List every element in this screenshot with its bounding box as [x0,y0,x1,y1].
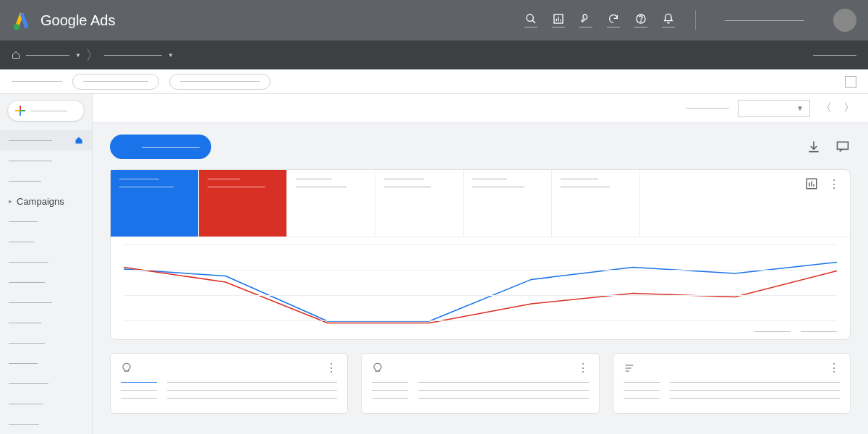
svg-point-1 [527,14,533,21]
text-icon [624,362,635,374]
breadcrumb-campaign[interactable]: ▼ [104,52,174,59]
lightbulb-icon [121,362,132,374]
sidebar-item-overview[interactable] [0,130,92,150]
chevron-right-icon: ▸ [9,197,12,205]
google-ads-logo-icon [12,10,32,30]
recommendation-row: ⋮ ⋮ [110,353,851,414]
plus-icon: + [122,140,135,153]
sidebar-item[interactable] [0,393,92,414]
header-toolbar [524,9,856,32]
sidebar-item[interactable] [0,171,92,191]
recommendation-card[interactable]: ⋮ [361,353,599,414]
home-icon [75,136,83,145]
prev-period-button[interactable]: 〈 [819,101,833,116]
recommendation-card[interactable]: ⋮ [613,353,851,414]
lightbulb-icon [372,362,383,374]
sidebar-item-label: Campaigns [17,196,64,207]
metric-tile-secondary[interactable] [199,170,287,237]
refresh-icon[interactable] [607,13,620,27]
new-campaign-button[interactable]: + [110,135,211,159]
filter-label [686,108,729,109]
metric-tile[interactable] [464,170,552,237]
breadcrumb-root[interactable]: ▼ [12,51,81,59]
svg-point-0 [14,24,20,30]
breadcrumb-bar: ▼ 〉 ▼ [0,41,868,69]
notifications-icon[interactable] [662,13,675,27]
download-icon[interactable] [806,139,822,155]
sidebar-item[interactable] [0,373,92,393]
account-name[interactable] [725,20,804,21]
feedback-icon[interactable] [835,139,851,155]
reports-icon[interactable] [552,13,565,27]
sidebar-item[interactable] [0,252,92,272]
recommendation-card[interactable]: ⋮ [110,353,348,414]
sidebar-item[interactable] [0,231,92,252]
svg-point-8 [641,21,642,22]
search-icon[interactable] [524,13,537,27]
avatar[interactable] [833,9,856,32]
filter-pill[interactable] [169,74,271,90]
sidebar-item[interactable] [0,150,92,171]
svg-rect-10 [838,142,848,149]
left-sidebar: ▸ Campaigns [0,94,93,434]
sidebar-item[interactable] [0,312,92,333]
sidebar-item[interactable] [0,414,92,434]
metric-selector-row: ⋮ [111,170,850,237]
metric-tile-primary[interactable] [111,170,199,237]
filter-pill[interactable] [72,74,159,90]
svg-line-2 [532,20,535,23]
view-tab[interactable] [12,81,62,82]
create-button[interactable] [7,100,85,122]
sidebar-item-campaigns[interactable]: ▸ Campaigns [0,191,92,211]
chevron-right-icon: 〉 [85,46,100,65]
product-name: Google Ads [41,12,115,29]
metric-tile[interactable] [552,170,640,237]
help-icon[interactable] [634,13,647,27]
app-header: Google Ads [0,0,868,41]
card-menu-icon[interactable]: ⋮ [326,361,337,375]
next-period-button[interactable]: 〉 [842,101,856,116]
main-content: ▼ 〈 〉 + [93,94,868,434]
sidebar-item[interactable] [0,211,92,231]
card-menu-icon[interactable]: ⋮ [828,177,840,191]
product-logo[interactable]: Google Ads [12,10,115,30]
card-menu-icon[interactable]: ⋮ [577,361,589,375]
subheader-link[interactable] [813,55,856,56]
save-view-icon[interactable] [845,76,856,88]
sidebar-item[interactable] [0,333,92,353]
performance-chart [111,237,850,331]
home-icon [12,51,20,59]
sidebar-item[interactable] [0,272,92,292]
date-range-dropdown[interactable]: ▼ [738,100,810,117]
tools-icon[interactable] [579,13,592,27]
chevron-down-icon: ▼ [796,104,804,112]
date-filter-bar: ▼ 〈 〉 [93,94,868,123]
performance-card: ⋮ [110,169,851,340]
chart-footer [111,331,850,339]
expand-chart-icon[interactable] [805,177,818,190]
sidebar-item[interactable] [0,353,92,373]
plus-icon [15,106,25,116]
metric-tile[interactable] [287,170,375,237]
sidebar-item[interactable] [0,292,92,312]
card-menu-icon[interactable]: ⋮ [828,361,840,375]
metric-tile[interactable] [375,170,464,237]
view-toolbar [0,69,868,94]
